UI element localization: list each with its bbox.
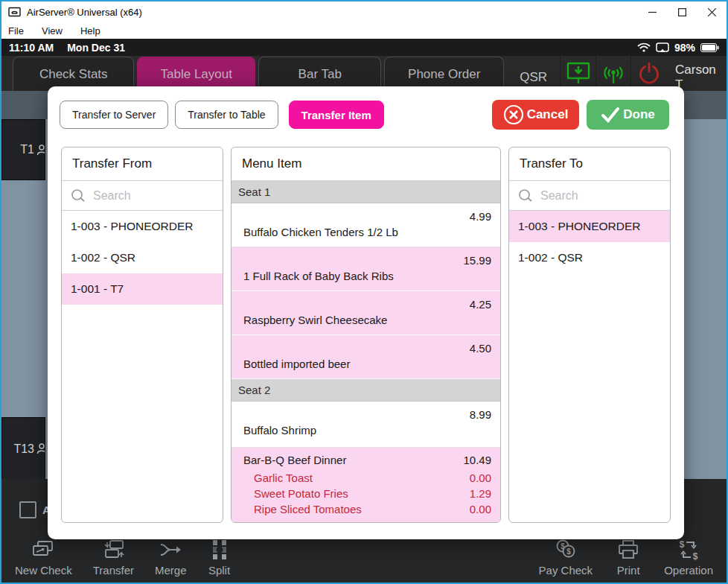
svg-text:$: $ <box>566 548 571 556</box>
seat-1-header: Seat 1 <box>232 181 500 203</box>
tab-label: Check Stats <box>39 67 108 82</box>
tab-label: Bar Tab <box>298 67 342 82</box>
transfer-to-server-button[interactable]: Transfer to Server <box>60 101 168 129</box>
modifier-row: Sweet Potato Fries 1.29 <box>243 486 491 501</box>
new-check-button[interactable]: New Check <box>15 539 72 577</box>
window-title: AirServer® Universal (x64) <box>27 7 142 18</box>
print-button[interactable]: Print <box>616 539 640 577</box>
close-button[interactable] <box>697 1 727 22</box>
modifier-price: 0.00 <box>470 501 491 517</box>
item-name: Bottled imported beer <box>243 358 350 370</box>
wifi-icon <box>637 42 651 53</box>
screen-mirroring-icon <box>656 42 669 53</box>
transfer-from-panel: Transfer From 1-003 - PHONEORDER 1-002 -… <box>61 147 223 523</box>
download-screen-icon <box>565 61 592 86</box>
to-check-row[interactable]: 1-002 - QSR <box>509 242 670 273</box>
app-window: AirServer® Universal (x64) File View Hel… <box>0 0 728 584</box>
dialog-panels: Transfer From 1-003 - PHONEORDER 1-002 -… <box>61 147 671 523</box>
item-name: 1 Full Rack of Baby Back Ribs <box>243 270 394 282</box>
print-icon <box>616 539 640 561</box>
tab-label: Phone Order <box>408 67 480 82</box>
search-icon <box>71 188 86 203</box>
modifier-row: Ripe Sliced Tomatoes 0.00 <box>243 501 491 517</box>
modifier-price: 0.00 <box>470 470 491 486</box>
search-icon <box>518 188 533 203</box>
battery-icon <box>700 43 719 52</box>
person-icon <box>36 443 45 454</box>
menu-view[interactable]: View <box>42 24 70 38</box>
operation-icon: $ $ <box>677 539 700 561</box>
transfer-to-panel: Transfer To 1-003 - PHONEORDER 1-002 - Q… <box>508 147 671 523</box>
download-screen-button[interactable] <box>560 56 596 91</box>
table-t13[interactable]: T13 <box>1 417 45 480</box>
item-price: 10.49 <box>463 454 491 470</box>
person-icon <box>36 145 45 156</box>
svg-text:$: $ <box>693 551 698 561</box>
item-name: Buffalo Shrimp <box>243 424 316 437</box>
pay-check-button[interactable]: $ $ Pay Check <box>539 539 593 577</box>
user-name[interactable]: Carson T <box>675 63 727 92</box>
modifier-name: Ripe Sliced Tomatoes <box>254 501 362 517</box>
transfer-dialog: Transfer to Server Transfer to Table Tra… <box>48 86 684 539</box>
modifier-name: Garlic Toast <box>254 470 313 486</box>
table-t1[interactable]: T1 <box>1 119 45 180</box>
menu-item-row-selected-with-modifiers[interactable]: Bar-B-Q Beef Dinner 10.49 Garlic Toast 0… <box>232 448 500 522</box>
power-icon <box>636 61 662 86</box>
done-check-icon <box>601 106 620 124</box>
menu-help[interactable]: Help <box>80 24 108 38</box>
battery-percent: 98% <box>674 42 695 54</box>
from-check-row[interactable]: 1-002 - QSR <box>62 242 223 273</box>
minimize-button[interactable] <box>637 1 667 22</box>
menu-item-row[interactable]: Buffalo Chicken Tenders 1/2 Lb 4.99 <box>232 203 500 247</box>
operation-button[interactable]: $ $ Operation <box>664 539 713 577</box>
menu-item-row[interactable]: Buffalo Shrimp 8.99 <box>232 402 500 448</box>
tab-label: Table Layout <box>161 67 232 82</box>
done-button[interactable]: Done <box>587 100 669 130</box>
tab-bar: Check Stats Table Layout Bar Tab Phone O… <box>1 56 727 91</box>
menu-item-panel: Menu Item Seat 1 Buffalo Chicken Tenders… <box>231 147 501 523</box>
cancel-label: Cancel <box>527 107 569 122</box>
qsr-label[interactable]: QSR <box>507 70 560 85</box>
from-check-row[interactable]: 1-003 - PHONEORDER <box>62 211 223 242</box>
done-label: Done <box>623 107 655 122</box>
from-check-row-selected[interactable]: 1-001 - T7 <box>62 273 223 305</box>
transfer-button[interactable]: Transfer <box>93 539 134 577</box>
item-price: 4.50 <box>470 342 491 355</box>
toolbar-label: Pay Check <box>539 564 593 577</box>
merge-button[interactable]: Merge <box>155 539 187 577</box>
menu-item-row-selected[interactable]: Bottled imported beer 4.50 <box>232 335 500 379</box>
transfer-item-button[interactable]: Transfer Item <box>289 101 384 129</box>
search-input[interactable] <box>93 189 214 203</box>
item-name: Raspberry Swirl Cheesecake <box>243 314 387 326</box>
menu-item-row-selected[interactable]: 1 Full Rack of Baby Back Ribs 15.99 <box>232 247 500 291</box>
menu-file[interactable]: File <box>8 24 31 38</box>
toolbar-label: Merge <box>155 564 187 577</box>
table-label: T1 <box>20 143 34 156</box>
search-input[interactable] <box>540 189 661 203</box>
transfer-to-table-button[interactable]: Transfer to Table <box>175 101 278 129</box>
cancel-x-icon <box>503 104 524 125</box>
status-time: 11:10 AM <box>9 42 54 54</box>
maximize-button[interactable] <box>667 1 697 22</box>
split-button[interactable]: Split <box>208 539 232 577</box>
to-check-row-selected[interactable]: 1-003 - PHONEORDER <box>509 211 670 242</box>
transfer-from-title: Transfer From <box>62 147 223 181</box>
new-check-icon <box>31 539 55 561</box>
split-icon <box>208 539 232 561</box>
modifier-name: Sweet Potato Fries <box>254 486 348 501</box>
item-name: Bar-B-Q Beef Dinner <box>243 454 346 470</box>
power-button[interactable] <box>630 56 666 91</box>
menu-item-row-selected[interactable]: Raspberry Swirl Cheesecake 4.25 <box>232 291 500 335</box>
toolbar-label: Split <box>208 564 230 577</box>
svg-text:$: $ <box>680 539 685 550</box>
airserver-app-icon <box>8 7 21 17</box>
toolbar-label: Print <box>617 564 640 577</box>
item-price: 8.99 <box>470 408 491 421</box>
transfer-to-search[interactable] <box>509 181 670 211</box>
transfer-from-search[interactable] <box>62 181 223 211</box>
window-controls <box>637 1 727 22</box>
toolbar-label: Transfer <box>93 564 134 577</box>
cancel-button[interactable]: Cancel <box>492 100 579 130</box>
transfer-icon <box>101 539 125 561</box>
broadcast-button[interactable] <box>596 56 631 91</box>
